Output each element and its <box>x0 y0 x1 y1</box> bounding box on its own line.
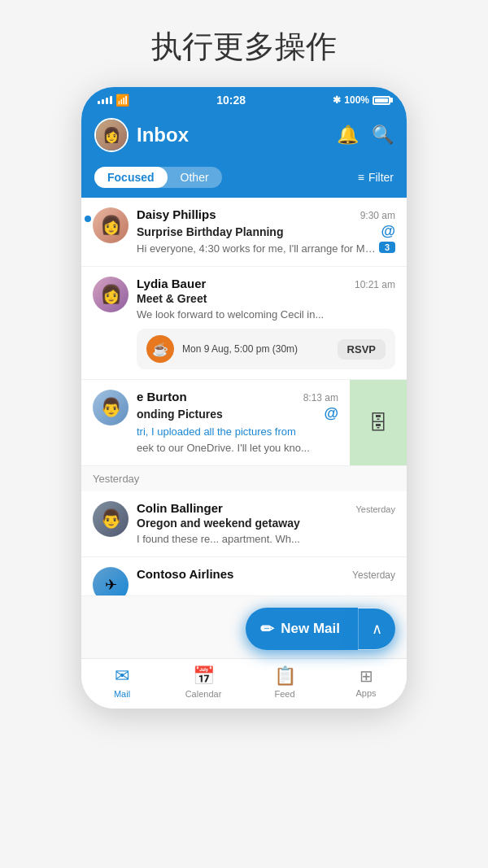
inbox-title: Inbox <box>137 124 189 146</box>
filter-icon: ≡ <box>358 171 364 184</box>
feed-label: Feed <box>274 689 294 699</box>
archive-icon: 🗄 <box>368 412 388 434</box>
phone-frame: 📶 10:28 ✱ 100% 👩 Inbox 🔔 🔍 Focused Other <box>81 87 407 709</box>
user-avatar[interactable]: 👩 <box>94 118 129 152</box>
mail-item-colin[interactable]: 👨 Colin Ballinger Yesterday Oregon and w… <box>81 491 407 557</box>
avatar-airlines: ✈ <box>93 567 129 596</box>
rsvp-button[interactable]: RSVP <box>338 339 386 360</box>
bottom-nav: ✉ Mail 📅 Calendar 📋 Feed ⊞ Apps <box>81 658 407 709</box>
wifi-icon: 📶 <box>115 94 129 107</box>
battery-percent: 100% <box>344 94 369 106</box>
event-card-lydia: ☕ Mon 9 Aug, 5:00 pm (30m) RSVP <box>137 329 395 369</box>
avatar-daisy: 👩 <box>93 207 129 243</box>
sender-colin: Colin Ballinger <box>137 501 223 515</box>
preview-burton-2: eek to our OneDrive. I'll let you kno... <box>137 442 310 454</box>
sender-lydia: Lydia Bauer <box>137 277 206 290</box>
mail-list: 👩 Daisy Phillips 9:30 am Surprise Birthd… <box>81 198 407 596</box>
sender-daisy: Daisy Phillips <box>137 207 216 221</box>
calendar-label: Calendar <box>185 689 222 699</box>
header-left: 👩 Inbox <box>94 118 189 152</box>
new-mail-button[interactable]: ✏ New Mail <box>246 608 358 650</box>
avatar-burton: 👨 <box>93 390 129 425</box>
subject-daisy: Surprise Birthday Planning <box>137 225 283 238</box>
battery-icon <box>373 96 390 105</box>
preview-daisy: Hi everyone, 4:30 works for me, I'll arr… <box>137 242 379 256</box>
subject-colin: Oregon and weekend getaway <box>137 517 300 530</box>
filter-label: Filter <box>368 171 394 184</box>
inbox-header: 👩 Inbox 🔔 🔍 <box>81 110 407 160</box>
at-icon-burton: @ <box>324 405 338 422</box>
badge-daisy: 3 <box>379 242 395 253</box>
mail-icon: ✉ <box>115 665 129 687</box>
new-mail-btn-group: ✏ New Mail ∧ <box>246 608 395 650</box>
tab-other[interactable]: Other <box>168 167 222 188</box>
mail-item-airlines[interactable]: ✈ Contoso Airlines Yesterday <box>81 557 407 596</box>
sender-burton: e Burton <box>137 390 187 403</box>
nav-item-feed[interactable]: 📋 Feed <box>244 665 325 699</box>
mail-content-daisy: Daisy Phillips 9:30 am Surprise Birthday… <box>137 207 395 256</box>
mail-content-lydia: Lydia Bauer 10:21 am Meet & Greet We loo… <box>137 277 395 369</box>
apps-label: Apps <box>355 688 376 698</box>
archive-action[interactable]: 🗄 <box>350 380 407 465</box>
sender-airlines: Contoso Airlines <box>137 567 233 581</box>
mail-item-lydia[interactable]: 👩 Lydia Bauer 10:21 am Meet & Greet We l… <box>81 267 407 380</box>
bell-icon[interactable]: 🔔 <box>337 124 359 146</box>
page-title: 执行更多操作 <box>0 0 488 87</box>
time-colin: Yesterday <box>355 504 395 515</box>
status-bar: 📶 10:28 ✱ 100% <box>81 87 407 110</box>
subject-lydia: Meet & Greet <box>137 292 207 305</box>
time-lydia: 10:21 am <box>355 279 395 290</box>
at-icon-daisy: @ <box>381 223 395 240</box>
nav-item-apps[interactable]: ⊞ Apps <box>325 666 407 698</box>
mail-item-burton-swipe: 👨 e Burton 8:13 am onding Pictures @ tri… <box>81 380 407 465</box>
mail-item-daisy[interactable]: 👩 Daisy Phillips 9:30 am Surprise Birthd… <box>81 198 407 267</box>
chevron-up-button[interactable]: ∧ <box>358 608 395 649</box>
status-right: ✱ 100% <box>333 94 390 106</box>
nav-item-mail[interactable]: ✉ Mail <box>81 665 163 699</box>
tab-group: Focused Other <box>94 167 222 188</box>
new-mail-label: New Mail <box>281 621 340 637</box>
header-icons: 🔔 🔍 <box>337 124 394 146</box>
avatar-lydia: 👩 <box>93 277 129 312</box>
event-icon-lydia: ☕ <box>146 335 174 363</box>
bluetooth-icon: ✱ <box>333 94 341 106</box>
time-burton: 8:13 am <box>303 392 338 403</box>
preview-burton-blue: tri, I uploaded all the pictures from <box>137 425 296 438</box>
time-daisy: 9:30 am <box>360 210 395 221</box>
date-separator: Yesterday <box>81 466 407 491</box>
event-time-lydia: Mon 9 Aug, 5:00 pm (30m) <box>182 343 329 355</box>
fab-area: ✏ New Mail ∧ <box>81 596 407 658</box>
mail-content-burton: e Burton 8:13 am onding Pictures @ tri, … <box>137 390 338 455</box>
signal-icon <box>98 96 112 104</box>
subject-burton: onding Pictures <box>137 408 223 421</box>
status-left: 📶 <box>98 94 129 107</box>
tab-focused[interactable]: Focused <box>94 167 168 188</box>
compose-icon: ✏ <box>260 619 274 639</box>
preview-colin: I found these re... apartment. Wh... <box>137 533 300 545</box>
preview-lydia: We look forward to welcoming Cecil in... <box>137 308 324 321</box>
mail-label: Mail <box>114 689 130 699</box>
chevron-up-icon: ∧ <box>372 621 382 637</box>
feed-icon: 📋 <box>274 665 296 687</box>
time-airlines: Yesterday <box>352 569 395 581</box>
apps-icon: ⊞ <box>359 666 373 686</box>
status-time: 10:28 <box>216 94 246 107</box>
filter-bar: Focused Other ≡ Filter <box>81 160 407 198</box>
mail-content-airlines: Contoso Airlines Yesterday <box>137 567 395 586</box>
mail-part-burton[interactable]: 👨 e Burton 8:13 am onding Pictures @ tri… <box>81 380 350 465</box>
avatar-colin: 👨 <box>93 501 129 537</box>
unread-dot <box>85 216 91 222</box>
search-icon[interactable]: 🔍 <box>372 124 394 146</box>
filter-button[interactable]: ≡ Filter <box>358 171 394 184</box>
calendar-icon: 📅 <box>193 665 215 687</box>
nav-item-calendar[interactable]: 📅 Calendar <box>163 665 244 699</box>
mail-content-colin: Colin Ballinger Yesterday Oregon and wee… <box>137 501 395 547</box>
